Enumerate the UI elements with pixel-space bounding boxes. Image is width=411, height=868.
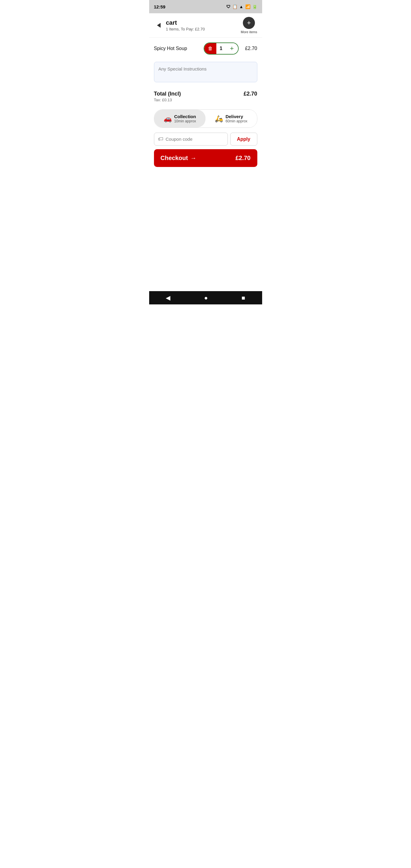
header-left: cart 1 Items, To Pay: £2.70	[154, 19, 205, 31]
bottom-space	[149, 170, 262, 291]
cart-summary: 1 Items, To Pay: £2.70	[166, 27, 205, 31]
checkout-arrow-icon: →	[190, 155, 196, 161]
delivery-text: Delivery 60min approx	[225, 114, 247, 123]
quantity-control: 🗑 1 +	[204, 42, 239, 55]
shield-icon: 🛡	[226, 4, 230, 9]
checkout-button[interactable]: Checkout → £2.70	[154, 149, 257, 167]
nav-home-button[interactable]: ●	[198, 292, 214, 304]
cart-item-price: £2.70	[242, 46, 257, 51]
nav-recent-button[interactable]: ■	[235, 292, 251, 304]
quantity-display: 1	[216, 46, 226, 51]
back-chevron-icon	[157, 23, 161, 28]
status-bar: 12:59 🛡 📋 ▲ 📶 🔋	[149, 0, 262, 13]
collection-text: Collection 10min approx	[174, 114, 196, 123]
coupon-row: 🏷 Apply	[154, 133, 257, 146]
cart-item-name: Spicy Hot Soup	[154, 46, 204, 51]
apply-coupon-button[interactable]: Apply	[230, 133, 257, 146]
delete-item-button[interactable]: 🗑	[204, 43, 216, 54]
battery-icon: 🔋	[252, 4, 257, 9]
delivery-time: 60min approx	[225, 119, 247, 123]
time-display: 12:59	[154, 4, 165, 9]
signal-icon: 📶	[245, 4, 250, 9]
wifi-icon: ▲	[239, 4, 244, 9]
delivery-title: Delivery	[225, 114, 247, 119]
increment-quantity-button[interactable]: +	[226, 43, 238, 54]
collection-option[interactable]: 🚗 Collection 10min approx	[154, 110, 206, 127]
total-row: Total (Incl) £2.70	[154, 91, 257, 97]
coupon-input[interactable]	[166, 136, 224, 142]
checkout-price: £2.70	[235, 155, 250, 161]
header: cart 1 Items, To Pay: £2.70 + More items	[149, 13, 262, 38]
more-items-button[interactable]: + More items	[241, 17, 257, 34]
page-title: cart	[166, 19, 205, 26]
collection-title: Collection	[174, 114, 196, 119]
more-items-label: More items	[241, 30, 257, 34]
cart-item-row: Spicy Hot Soup 🗑 1 + £2.70	[149, 38, 262, 59]
delivery-icon: 🛵	[215, 115, 223, 123]
total-section: Total (Incl) £2.70 Tax: £0.13	[149, 85, 262, 104]
total-amount: £2.70	[244, 91, 257, 97]
special-instructions-container[interactable]	[154, 62, 257, 82]
coupon-input-wrap: 🏷	[154, 133, 228, 146]
nav-back-button[interactable]: ◀	[160, 292, 176, 304]
header-title-group: cart 1 Items, To Pay: £2.70	[166, 19, 205, 31]
more-items-icon: +	[243, 17, 255, 29]
coupon-icon: 🏷	[158, 136, 163, 142]
tax-label: Tax: £0.13	[154, 98, 172, 102]
sim-icon: 📋	[232, 4, 238, 9]
status-icons: 🛡 📋 ▲ 📶 🔋	[226, 4, 257, 9]
tax-row: Tax: £0.13	[154, 98, 257, 102]
total-label: Total (Incl)	[154, 91, 181, 97]
collection-icon: 🚗	[164, 115, 172, 123]
collection-time: 10min approx	[174, 119, 196, 123]
delivery-options: 🚗 Collection 10min approx 🛵 Delivery 60m…	[154, 110, 257, 128]
special-instructions-input[interactable]	[158, 66, 253, 76]
nav-bar: ◀ ● ■	[149, 291, 262, 304]
delivery-option[interactable]: 🛵 Delivery 60min approx	[205, 110, 257, 127]
checkout-label: Checkout →	[161, 155, 196, 161]
back-button[interactable]	[154, 21, 164, 30]
